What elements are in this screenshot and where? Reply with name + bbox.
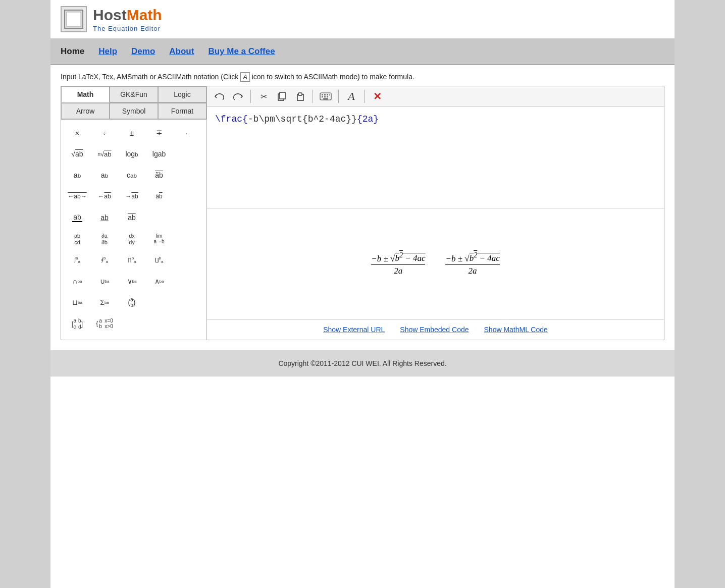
paste-button[interactable] (292, 89, 307, 103)
tabs-row2: Arrow Symbol Format (61, 103, 206, 120)
footer: Copyright ©2011-2012 CUI WEI. All Rights… (50, 350, 675, 377)
toolbar: ✂ A ✕ (207, 86, 664, 107)
nav-demo[interactable]: Demo (131, 46, 155, 57)
sym-superscript[interactable]: ab (66, 166, 88, 184)
sym-row-sums: ⊔ba Σba (ab) (66, 293, 201, 311)
sym-cdot[interactable]: · (175, 124, 197, 142)
sym-hat-over[interactable]: âb (148, 187, 170, 205)
left-panel: Math GK&Fun Logic Arrow Symbol Format × … (61, 86, 207, 340)
svg-rect-3 (280, 92, 285, 99)
sym-nrt[interactable]: n√ab (93, 145, 116, 163)
tab-symbol[interactable]: Symbol (110, 103, 158, 119)
editor-minus: -b\pm\sqrt{b^2-4ac}} (248, 114, 357, 124)
sym-right-arrow[interactable]: →ab (121, 187, 143, 205)
sym-intersect[interactable]: ∩ba (66, 272, 88, 290)
sym-log[interactable]: logb (121, 145, 143, 163)
sym-tilde-over[interactable]: ãb (148, 166, 170, 184)
sym-arc[interactable]: ab (66, 208, 88, 227)
frac-display: −b ± √b2 − 4ac 2a (371, 251, 425, 277)
sym-piecewise[interactable]: {a x=0b x>0 (93, 314, 116, 333)
right-panel: ✂ A ✕ \frac{-b\pm\sqrt{b^2-4ac}}{2a} (207, 86, 664, 340)
sym-binomial[interactable]: (ab) (121, 293, 143, 311)
svg-rect-7 (322, 94, 323, 95)
sym-lim[interactable]: lim a→b (148, 230, 170, 248)
cut-button[interactable]: ✂ (256, 89, 271, 103)
sym-row-roots: √ab n√ab logb lgab (66, 145, 201, 163)
header: HostMath The Equation Editor (50, 0, 675, 39)
sym-contour-integral[interactable]: ∮ba (93, 251, 116, 269)
nav-about[interactable]: About (169, 46, 194, 57)
sym-leftright-arrow[interactable]: ←ab→ (66, 187, 88, 205)
sym-sqcup[interactable]: ⊔ba (66, 293, 88, 311)
show-mathml-code-link[interactable]: Show MathML Code (484, 326, 548, 334)
sym-row-matrix: [abcd] {a x=0b x>0 (66, 314, 201, 333)
frac-den-1: 2a (394, 265, 402, 276)
ascii-toggle-button[interactable]: A (344, 89, 359, 103)
svg-rect-11 (322, 96, 323, 97)
links-row: Show External URL Show Embeded Code Show… (207, 319, 664, 340)
show-external-url-link[interactable]: Show External URL (323, 326, 385, 334)
sym-coproduct[interactable]: ∐ba (148, 251, 170, 269)
editor-denom: {2a} (357, 114, 379, 124)
sym-row-under: ab ab ab (66, 208, 201, 227)
tab-gkfun[interactable]: GK&Fun (110, 86, 158, 102)
logo-text: HostMath The Equation Editor (93, 7, 162, 32)
main: Math GK&Fun Logic Arrow Symbol Format × … (50, 86, 675, 350)
preview: −b ± √b2 − 4ac 2a −b ± √b2 − 4ac 2a (207, 208, 664, 319)
sym-overline[interactable]: ab (121, 208, 143, 227)
desc-text2: icon to switch to ASCIIMath mode) to mak… (250, 73, 415, 81)
nav-help[interactable]: Help (98, 46, 117, 57)
frac-num-2: −b ± √b2 − 4ac (445, 251, 499, 265)
nav-home[interactable]: Home (61, 46, 84, 57)
svg-rect-5 (298, 93, 302, 95)
sym-frac[interactable]: ab cd (66, 230, 88, 248)
description: Input LaTeX, Tex, AMSmath or ASCIIMath n… (50, 65, 675, 86)
sym-row-integrals: ∫ba ∮ba ∏ba ∐ba (66, 251, 201, 269)
preview-formulas: −b ± √b2 − 4ac 2a −b ± √b2 − 4ac 2a (371, 251, 500, 277)
sym-underline[interactable]: ab (93, 208, 116, 227)
symbol-grid: × ÷ ± ∓ · ★ √ab n√ab logb lgab ab (61, 120, 206, 340)
frac-num-1: −b ± √b2 − 4ac (371, 251, 425, 265)
sym-matrix[interactable]: [abcd] (66, 314, 88, 333)
sym-diff[interactable]: dx dy (121, 230, 143, 248)
sym-mp[interactable]: ∓ (148, 124, 170, 142)
sym-lg[interactable]: lgab (148, 145, 170, 163)
sym-sum[interactable]: Σba (93, 293, 116, 311)
tab-arrow[interactable]: Arrow (61, 103, 110, 119)
ascii-icon[interactable]: A (240, 72, 250, 82)
keyboard-button[interactable] (318, 89, 333, 103)
sym-times[interactable]: × (66, 124, 88, 142)
sym-sqrt[interactable]: √ab (66, 145, 88, 163)
sym-div[interactable]: ÷ (93, 124, 116, 142)
sym-integral[interactable]: ∫ba (66, 251, 88, 269)
nav-coffee[interactable]: Buy Me a Coffee (208, 46, 275, 57)
sym-partial[interactable]: ∂a ∂b (93, 230, 116, 248)
tab-format[interactable]: Format (158, 103, 206, 119)
show-embeded-code-link[interactable]: Show Embeded Code (400, 326, 469, 334)
sym-and[interactable]: ∧ba (148, 272, 170, 290)
sym-pm[interactable]: ± (121, 124, 143, 142)
sym-subsuperscript[interactable]: cab (121, 166, 143, 184)
tab-math[interactable]: Math (61, 86, 110, 102)
copy-button[interactable] (274, 89, 289, 103)
sym-subscript[interactable]: ab (93, 166, 116, 184)
frac-inline: −b ± √b2 − 4ac 2a (445, 251, 499, 277)
sym-product[interactable]: ∏ba (121, 251, 143, 269)
editor[interactable]: \frac{-b\pm\sqrt{b^2-4ac}}{2a} (207, 107, 664, 208)
clear-button[interactable]: ✕ (370, 89, 385, 103)
svg-rect-10 (329, 94, 330, 95)
sym-row-arrows-over: ←ab→ ←ab →ab âb (66, 187, 201, 205)
svg-rect-1 (67, 12, 81, 26)
svg-rect-8 (324, 94, 326, 95)
sym-row-fracs: ab cd ∂a ∂b dx dy (66, 230, 201, 248)
undo-button[interactable] (212, 89, 227, 103)
sym-left-arrow[interactable]: ←ab (93, 187, 116, 205)
redo-button[interactable] (230, 89, 245, 103)
svg-rect-14 (323, 98, 328, 99)
sym-union[interactable]: ∪ba (93, 272, 116, 290)
svg-rect-9 (327, 94, 328, 95)
toolbar-sep4 (364, 90, 365, 103)
sym-row-sets: ∩ba ∪ba ∨ba ∧ba (66, 272, 201, 290)
sym-or[interactable]: ∨ba (121, 272, 143, 290)
tab-logic[interactable]: Logic (158, 86, 206, 102)
